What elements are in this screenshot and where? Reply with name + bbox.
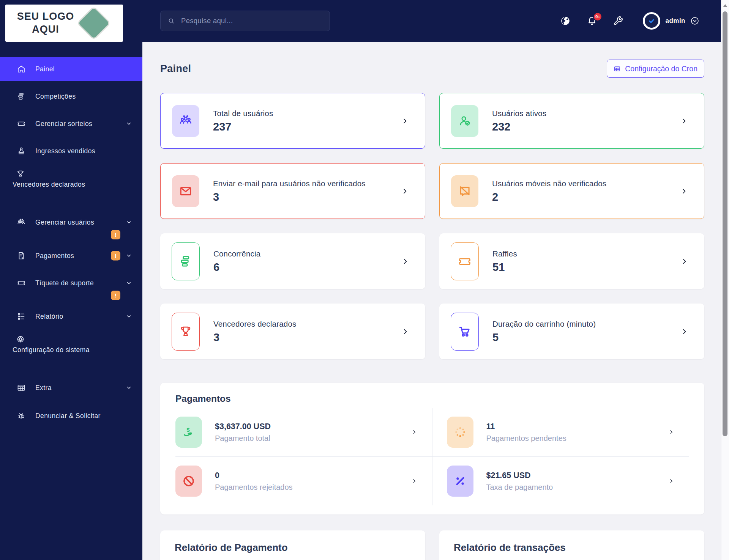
brand-logo[interactable]: SEU LOGO AQUI: [5, 5, 123, 42]
competition-bars-icon: [172, 242, 200, 280]
search-icon: [167, 17, 175, 25]
payment-total-row[interactable]: $ $3,637.00 USD Pagamento total: [175, 408, 432, 457]
sidebar-item-vencedores-declarados[interactable]: Vencedores declarados: [0, 169, 142, 209]
chevron-down-circle-icon: [690, 16, 699, 25]
stat-label: Enviar e-mail para usuários não verifica…: [213, 179, 366, 188]
main-content: Painel Configuração do Cron Total de usu…: [142, 42, 721, 560]
home-icon: [17, 64, 26, 74]
ticket-icon: [17, 119, 26, 128]
stat-value: 2: [492, 191, 606, 203]
check-icon: [647, 16, 656, 26]
payment-pending-row[interactable]: 11 Pagamentos pendentes: [432, 408, 690, 457]
stat-card-raffles[interactable]: Raffles 51: [439, 233, 704, 289]
stat-card-duracao-carrinho[interactable]: Duração do carrinho (minuto) 5: [439, 304, 704, 359]
payment-value: $3,637.00 USD: [215, 422, 271, 431]
avatar: [643, 12, 660, 30]
stat-value: 232: [492, 121, 546, 133]
competitions-icon: [17, 92, 26, 101]
invoice-dollar-icon: $: [17, 251, 26, 260]
topbar: 9+ admin: [142, 0, 721, 42]
chevron-right-icon: [402, 327, 409, 336]
payment-report-card: Relatório de Pagamento: [160, 530, 425, 560]
notification-count-badge: 9+: [593, 12, 602, 21]
stat-value: 6: [213, 261, 260, 274]
support-ticket-icon: [17, 278, 26, 288]
sidebar-item-tiquete-de-suporte[interactable]: Tíquete de suporte !: [0, 269, 142, 297]
stat-label: Total de usuários: [213, 109, 273, 118]
stat-card-moveis-nao-verificados[interactable]: Usuários móveis não verificados 2: [439, 163, 704, 219]
stat-card-total-usuarios[interactable]: Total de usuários 237: [160, 93, 425, 149]
stat-value: 237: [213, 121, 273, 133]
sidebar-item-label: Extra: [35, 384, 52, 392]
sidebar-item-gerenciar-sorteios[interactable]: Gerenciar sorteios: [0, 110, 142, 137]
percent-icon: [447, 466, 473, 497]
sidebar-item-ingressos-vendidos[interactable]: Ingressos vendidos: [0, 137, 142, 165]
scrollbar[interactable]: [721, 0, 729, 560]
stat-card-usuarios-ativos[interactable]: Usuários ativos 232: [439, 93, 704, 149]
stat-value: 3: [213, 191, 366, 203]
chevron-down-icon: [126, 121, 132, 127]
stat-value: 51: [492, 261, 517, 274]
logo-diamond-icon: [77, 6, 111, 41]
admin-dashboard: SEU LOGO AQUI Painel Competições Gerenci…: [0, 0, 729, 560]
chevron-right-icon: [402, 116, 408, 126]
stat-value: 5: [492, 331, 596, 344]
search-input[interactable]: [180, 16, 323, 25]
stat-card-vencedores-declarados[interactable]: Vencedores declarados 3: [160, 304, 425, 359]
cart-icon: [451, 313, 479, 351]
stat-card-email-nao-verificados[interactable]: Enviar e-mail para usuários não verifica…: [160, 163, 425, 219]
chevron-down-icon: [126, 253, 132, 259]
report-list-icon: [17, 312, 26, 321]
sidebar-item-pagamentos[interactable]: $ Pagamentos !: [0, 242, 142, 269]
chevron-down-icon: [126, 280, 132, 286]
scrollbar-thumb[interactable]: [723, 11, 727, 436]
raffle-ticket-icon: [451, 242, 479, 280]
alert-badge: !: [111, 251, 120, 261]
scrollbar-up-arrow-icon[interactable]: [723, 4, 727, 7]
bug-icon: [17, 411, 26, 420]
alert-badge: !: [111, 291, 120, 300]
chevron-down-icon: [126, 314, 132, 319]
sidebar-item-label: Ingressos vendidos: [35, 147, 95, 155]
hand-dollar-icon: $: [175, 417, 202, 448]
sidebar-item-competicoes[interactable]: Competições: [0, 83, 142, 110]
grid-icon: [614, 65, 621, 72]
payment-label: Pagamento total: [215, 434, 271, 443]
search-box[interactable]: [160, 11, 330, 31]
sidebar-item-label: Competições: [35, 93, 76, 101]
chevron-right-icon: [402, 257, 409, 266]
stat-label: Usuários móveis não verificados: [492, 179, 606, 188]
users-group-icon: [172, 105, 199, 137]
topbar-actions: 9+ admin: [560, 12, 699, 30]
sidebar-item-label: Gerenciar sorteios: [35, 120, 92, 128]
sidebar-item-label: Denunciar & Solicitar: [35, 412, 101, 420]
stat-label: Usuários ativos: [492, 109, 546, 118]
page-title: Painel: [160, 63, 191, 75]
sidebar-item-relatorio[interactable]: Relatório: [0, 303, 142, 330]
globe-icon[interactable]: [560, 16, 571, 26]
message-slash-icon: [451, 175, 478, 207]
chevron-right-icon: [412, 477, 417, 486]
stat-cards: Total de usuários 237 Usuários ativos 23…: [160, 93, 704, 359]
payment-rejected-row[interactable]: 0 Pagamentos rejeitados: [175, 457, 432, 505]
user-menu[interactable]: admin: [643, 12, 699, 30]
payment-fee-row[interactable]: $21.65 USD Taxa de pagamento: [432, 457, 690, 505]
wrench-icon[interactable]: [613, 16, 623, 26]
sidebar-item-gerenciar-usuarios[interactable]: Gerenciar usuários !: [0, 209, 142, 236]
sidebar-item-extra[interactable]: Extra: [0, 374, 142, 401]
sidebar-item-configuracao-do-sistema[interactable]: Configuração do sistema: [0, 335, 142, 374]
cron-config-button[interactable]: Configuração do Cron: [607, 60, 704, 78]
ban-icon: [175, 466, 202, 497]
payment-label: Pagamentos pendentes: [486, 434, 566, 443]
sidebar-item-denunciar-solicitar[interactable]: Denunciar & Solicitar: [0, 402, 142, 429]
chevron-right-icon: [681, 257, 688, 266]
spinner-icon: [447, 417, 473, 448]
users-group-icon: [17, 218, 26, 227]
trophy-icon: [16, 169, 25, 178]
chevron-right-icon: [681, 187, 687, 196]
stat-label: Raffles: [492, 249, 517, 258]
sidebar-item-painel[interactable]: Painel: [0, 57, 142, 81]
username: admin: [665, 17, 685, 25]
stat-card-concorrencia[interactable]: Concorrência 6: [160, 233, 425, 289]
notifications-button[interactable]: 9+: [587, 16, 597, 26]
